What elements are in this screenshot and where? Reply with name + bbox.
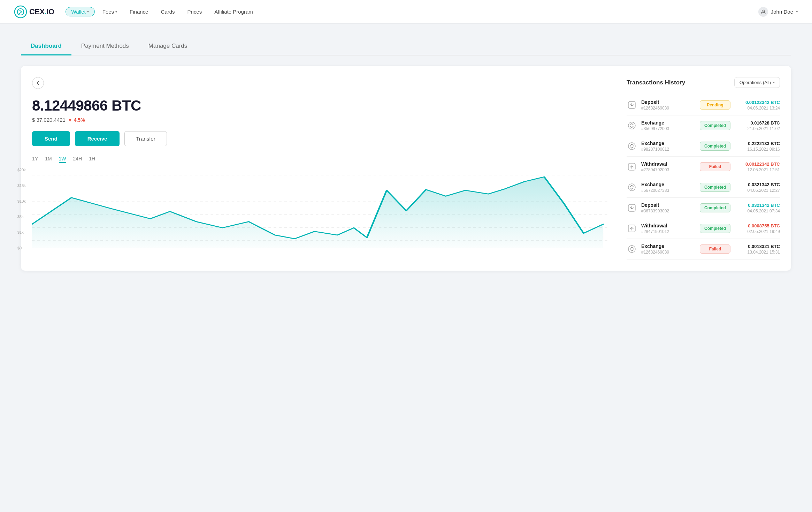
- user-avatar-icon: [758, 7, 768, 17]
- tx-amount: 0.0321342 BTC 04.05.2021 07:34: [735, 203, 780, 213]
- svg-point-10: [628, 143, 635, 150]
- tx-icon-withdrawal: [627, 161, 637, 172]
- tx-type: Exchange: [641, 243, 696, 249]
- tx-info: Deposit #12632469039: [641, 99, 696, 111]
- tx-amount: 0.2222133 BTC 16.15.2021 09:16: [735, 141, 780, 152]
- status-badge: Failed: [700, 244, 730, 254]
- tab-manage-cards[interactable]: Manage Cards: [139, 38, 197, 55]
- tx-id: #98287100012: [641, 147, 696, 152]
- tx-info: Exchange #56720027383: [641, 182, 696, 193]
- tx-btc-value: 0.0321342 BTC: [735, 203, 780, 208]
- tx-type: Deposit: [641, 99, 696, 105]
- nav-item-cards[interactable]: Cards: [156, 7, 179, 17]
- tab-payment-methods-label: Payment Methods: [81, 43, 129, 49]
- tx-date: 04.05.2021 07:34: [735, 209, 780, 213]
- tx-btc-value: 0.00122342 BTC: [735, 100, 780, 105]
- tx-icon-withdrawal: [627, 223, 637, 234]
- nav-label-finance: Finance: [130, 9, 148, 15]
- nav-item-prices[interactable]: Prices: [182, 7, 207, 17]
- nav-label-fees: Fees: [102, 9, 114, 15]
- tx-id: #12632469039: [641, 250, 696, 255]
- y-label-10k: $10k: [17, 199, 31, 203]
- time-filter-1y[interactable]: 1Y: [32, 156, 38, 163]
- tx-icon-exchange: [627, 141, 637, 151]
- table-row: Exchange #12632469039 Failed 0.0018321 B…: [627, 239, 780, 259]
- nav-label-affiliate: Affiliate Program: [214, 9, 253, 15]
- time-filter-1w[interactable]: 1W: [59, 156, 66, 163]
- table-row: Withdrawal #28471901012 Completed 0.0008…: [627, 218, 780, 239]
- transactions-list: Deposit #12632469039 Pending 0.00122342 …: [627, 95, 780, 259]
- tx-btc-value: 0.0321342 BTC: [735, 182, 780, 187]
- table-row: Exchange #56720027383 Completed 0.032134…: [627, 177, 780, 198]
- tx-info: Deposit #36783903002: [641, 202, 696, 213]
- transfer-button[interactable]: Transfer: [124, 131, 167, 146]
- tx-type: Deposit: [641, 202, 696, 208]
- balance-change: ▼ 4.5%: [68, 117, 85, 123]
- tx-id: #27894792003: [641, 167, 696, 172]
- status-badge: Completed: [700, 203, 730, 212]
- time-filter-1m[interactable]: 1M: [45, 156, 52, 163]
- nav-item-fees[interactable]: Fees ▾: [98, 7, 122, 17]
- table-row: Withdrawal #27894792003 Failed 0.0012234…: [627, 157, 780, 177]
- nav-user[interactable]: John Doe ▾: [758, 7, 798, 17]
- back-button[interactable]: [32, 77, 44, 89]
- time-filters: 1Y 1M 1W 24H 1H: [32, 156, 610, 163]
- balance-usd-row: $ 37,020.4421 ▼ 4.5%: [32, 117, 610, 123]
- nav-item-finance[interactable]: Finance: [125, 7, 153, 17]
- receive-button[interactable]: Receive: [75, 131, 120, 146]
- tx-date: 02.05.2021 19:49: [735, 229, 780, 234]
- tx-icon-deposit: [627, 100, 637, 110]
- table-row: Exchange #98287100012 Completed 0.222213…: [627, 136, 780, 157]
- tx-icon-deposit: [627, 203, 637, 213]
- send-button[interactable]: Send: [32, 131, 70, 146]
- left-panel: 8.12449866 BTC $ 37,020.4421 ▼ 4.5% Send…: [32, 77, 610, 259]
- status-badge: Completed: [700, 121, 730, 130]
- time-filter-1h[interactable]: 1H: [89, 156, 95, 163]
- action-buttons: Send Receive Transfer: [32, 131, 610, 146]
- nav-item-wallet[interactable]: Wallet ▾: [66, 7, 95, 16]
- operations-dropdown[interactable]: Operations (All) ▾: [734, 77, 780, 88]
- nav-item-affiliate[interactable]: Affiliate Program: [209, 7, 258, 17]
- table-row: Exchange #35699772003 Completed 0.016728…: [627, 115, 780, 136]
- svg-point-9: [628, 122, 635, 129]
- tx-info: Withdrawal #28471901012: [641, 223, 696, 234]
- chevron-down-icon: ▾: [87, 10, 89, 14]
- tx-date: 04.05.2021 12:27: [735, 188, 780, 193]
- balance-usd-value: $ 37,020.4421: [32, 117, 66, 123]
- tab-dashboard[interactable]: Dashboard: [21, 38, 71, 55]
- tx-amount: 0.00122342 BTC 12.05.2021 17:51: [735, 161, 780, 172]
- logo[interactable]: CEX.IO: [14, 5, 54, 18]
- transactions-header: Transactions History Operations (All) ▾: [627, 77, 780, 88]
- time-filter-24h[interactable]: 24H: [73, 156, 82, 163]
- tx-amount: 0.0018321 BTC 13.04.2021 15:31: [735, 244, 780, 255]
- tx-date: 13.04.2021 15:31: [735, 250, 780, 255]
- y-label-0: $0: [17, 246, 31, 250]
- status-badge: Completed: [700, 142, 730, 151]
- y-label-20k: $20k: [17, 168, 31, 172]
- status-badge: Completed: [700, 224, 730, 233]
- nav-label-cards: Cards: [161, 9, 175, 15]
- chart-container: $20k $15k $10k $5k $1k $0: [32, 168, 610, 251]
- user-name: John Doe: [771, 9, 793, 15]
- main-card: 8.12449866 BTC $ 37,020.4421 ▼ 4.5% Send…: [21, 66, 791, 271]
- chart-y-labels: $20k $15k $10k $5k $1k $0: [17, 168, 31, 251]
- tx-id: #56720027383: [641, 188, 696, 193]
- tab-manage-cards-label: Manage Cards: [148, 43, 187, 49]
- tx-amount: 0.00122342 BTC 04.06.2021 13:24: [735, 100, 780, 111]
- tx-type: Exchange: [641, 120, 696, 126]
- status-badge: Completed: [700, 183, 730, 192]
- page-content: Dashboard Payment Methods Manage Cards 8…: [0, 24, 812, 285]
- status-badge: Pending: [700, 100, 730, 110]
- tab-payment-methods[interactable]: Payment Methods: [71, 38, 139, 55]
- nav-label-wallet: Wallet: [71, 9, 86, 15]
- tx-id: #28471901012: [641, 229, 696, 234]
- tx-date: 04.06.2021 13:24: [735, 106, 780, 111]
- tx-btc-value: 0.2222133 BTC: [735, 141, 780, 146]
- right-panel: Transactions History Operations (All) ▾ …: [627, 77, 780, 259]
- tx-id: #36783903002: [641, 209, 696, 213]
- svg-point-0: [15, 6, 26, 18]
- tx-type: Exchange: [641, 182, 696, 187]
- tx-info: Exchange #12632469039: [641, 243, 696, 255]
- balance-crypto: 8.12449866 BTC: [32, 97, 610, 114]
- tx-info: Exchange #98287100012: [641, 141, 696, 152]
